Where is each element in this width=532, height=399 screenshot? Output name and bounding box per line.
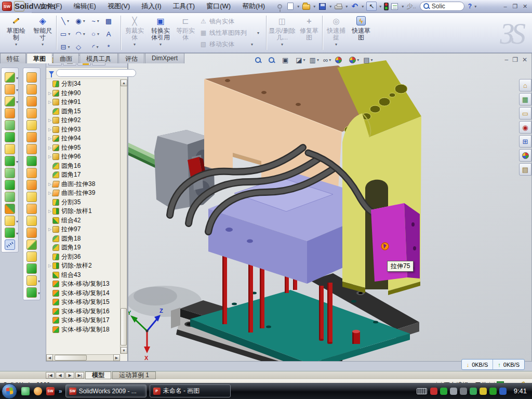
quicklaunch-chevron[interactable]: » (59, 388, 62, 395)
command-tab[interactable]: 特征 (0, 53, 26, 63)
tray-icon[interactable] (499, 388, 507, 395)
menu-item[interactable]: 插入(I) (136, 0, 166, 12)
command-tab[interactable]: 草图 (26, 53, 52, 63)
task-pane-button[interactable]: ⌂ (519, 79, 531, 91)
task-pane-button[interactable]: ◉ (519, 121, 531, 134)
save-button[interactable] (318, 2, 327, 10)
sketch-button[interactable]: 草图绘制 ▾ (3, 15, 29, 51)
feature-tool-icon[interactable]: ▾ (5, 72, 15, 83)
quicklaunch-solidworks-icon[interactable]: SW (46, 387, 55, 395)
sketch-entity-button[interactable]: ◠▾ (73, 28, 88, 41)
command-tab[interactable]: DimXpert (145, 53, 184, 63)
feature-tool-icon[interactable]: ▾ (5, 228, 15, 238)
surface-tool-icon[interactable] (26, 168, 37, 178)
surface-tool-icon[interactable] (26, 204, 37, 214)
tree-item[interactable]: 实体-移动/复制14 (47, 289, 119, 298)
feature-tool-icon[interactable] (5, 180, 15, 190)
task-pane-button[interactable]: ▦ (519, 93, 531, 105)
tab-motion-study[interactable]: 运动算例 1 (112, 371, 156, 379)
tray-icon[interactable] (460, 388, 467, 395)
surface-tool-icon[interactable] (26, 72, 37, 83)
taskbar-task-button[interactable]: P 未命名 - 画图 (150, 384, 231, 397)
expand-icon[interactable] (47, 263, 52, 268)
view-tool-button[interactable]: ◪▾ (296, 56, 306, 64)
surface-tool-icon[interactable] (26, 216, 37, 226)
view-tool-button[interactable] (255, 57, 265, 63)
trim-entities-button[interactable]: ╳ 剪裁实体 ▾ (123, 15, 147, 51)
feature-tool-icon[interactable]: ▾ (5, 84, 15, 95)
tree-item[interactable]: 曲面-拉伸38 (47, 180, 119, 189)
tree-item[interactable]: 曲面-拉伸39 (47, 189, 119, 198)
menu-item[interactable]: 帮助(H) (237, 0, 270, 12)
tab-nav-button[interactable]: |◀ (46, 372, 55, 379)
options-button[interactable] (390, 2, 399, 10)
tab-nav-button[interactable]: ▶| (75, 372, 84, 379)
tree-item[interactable]: 实体-移动/复制13 (47, 280, 119, 289)
surface-tool-icon[interactable] (26, 240, 37, 250)
network-monitor-widget[interactable]: ↓0KB/S ↑0KB/S (461, 359, 525, 370)
convert-entities-button[interactable]: ▣ 转换实体引用 ▾ (148, 15, 174, 51)
sketch-entity-button[interactable]: ○▾ (88, 28, 103, 41)
menu-item[interactable]: 窗口(W) (201, 0, 236, 12)
doc-minimize-button[interactable]: – (504, 56, 508, 63)
keyboard-layout-icon[interactable] (417, 388, 427, 394)
tray-icon[interactable] (450, 388, 457, 395)
sketch-entity-button[interactable]: ◉▾ (73, 15, 88, 28)
tree-item[interactable]: 分割34 (47, 79, 119, 89)
feature-tool-icon[interactable] (5, 144, 15, 154)
rapid-sketch-button[interactable]: ϟ 快速草图 (349, 15, 373, 51)
feature-tool-icon[interactable]: ▾ (5, 216, 15, 226)
expand-icon[interactable] (47, 145, 52, 150)
surface-tool-icon[interactable] (26, 228, 37, 238)
menu-item[interactable]: 工具(T) (168, 0, 201, 12)
sketch-entity-button[interactable]: ▭▾ (58, 28, 73, 41)
tree-item[interactable]: 圆角18 (47, 234, 119, 244)
feature-tool-icon[interactable] (5, 108, 15, 118)
scroll-left-button[interactable]: ◀ (46, 354, 53, 361)
surface-tool-icon[interactable] (26, 132, 37, 142)
surface-tool-icon[interactable] (26, 263, 37, 274)
quicklaunch-messenger-icon[interactable] (21, 387, 30, 395)
tree-item[interactable]: 实体-移动/复制18 (47, 325, 119, 335)
offset-entities-button[interactable]: ⊏ 等距实体 (175, 15, 196, 51)
hscroll-thumb[interactable] (55, 355, 87, 361)
feature-tool-icon[interactable] (5, 120, 15, 130)
tree-item[interactable]: 拉伸95 (47, 143, 119, 153)
scroll-down-button[interactable]: ▼ (121, 347, 127, 354)
task-pane-button[interactable]: ▤ (519, 163, 531, 176)
task-pane-button[interactable]: ▭ (519, 107, 531, 119)
tab-nav-button[interactable]: ◀ (56, 372, 64, 379)
view-tool-button[interactable]: ▤▾ (363, 56, 374, 64)
feature-tool-icon[interactable] (5, 192, 15, 202)
rebuild-icon[interactable] (384, 3, 389, 10)
surface-tool-icon[interactable] (26, 251, 37, 262)
scroll-up-button[interactable]: ▲ (121, 79, 127, 86)
command-tab[interactable]: 评估 (118, 53, 144, 63)
tray-icon[interactable] (430, 388, 437, 395)
expand-icon[interactable] (47, 136, 52, 141)
tree-item[interactable]: 拉伸92 (47, 116, 119, 125)
command-tab[interactable]: 曲面 (53, 53, 79, 63)
sketch-entity-button[interactable]: ~▾ (88, 15, 103, 28)
sketch-entity-button[interactable]: * (103, 41, 118, 54)
doc-restore-button[interactable]: ❐ (512, 56, 518, 63)
surface-tool-icon[interactable] (26, 192, 37, 202)
tree-item[interactable]: 分割36 (47, 252, 119, 262)
expand-icon[interactable] (47, 227, 52, 232)
tree-item[interactable]: 切除-放样1 (47, 207, 119, 216)
task-pane-button[interactable] (519, 149, 531, 162)
tree-item[interactable]: 拉伸90 (47, 89, 119, 98)
tree-item[interactable]: 拉伸94 (47, 134, 119, 143)
doc-close-button[interactable]: ✕ (522, 56, 527, 63)
tray-icon[interactable] (470, 388, 477, 395)
surface-tool-icon[interactable] (26, 120, 37, 130)
view-tool-button[interactable] (335, 57, 346, 63)
pin-icon[interactable] (275, 2, 284, 10)
feature-tool-icon[interactable]: ▾ (5, 96, 15, 107)
tree-item[interactable]: 圆角19 (47, 243, 119, 252)
view-tool-button[interactable]: ∞▾ (323, 56, 332, 64)
expand-icon[interactable] (47, 154, 52, 159)
vscroll-thumb[interactable] (121, 308, 127, 345)
tray-icon[interactable] (489, 388, 497, 395)
minimize-button[interactable]: – (500, 2, 510, 11)
